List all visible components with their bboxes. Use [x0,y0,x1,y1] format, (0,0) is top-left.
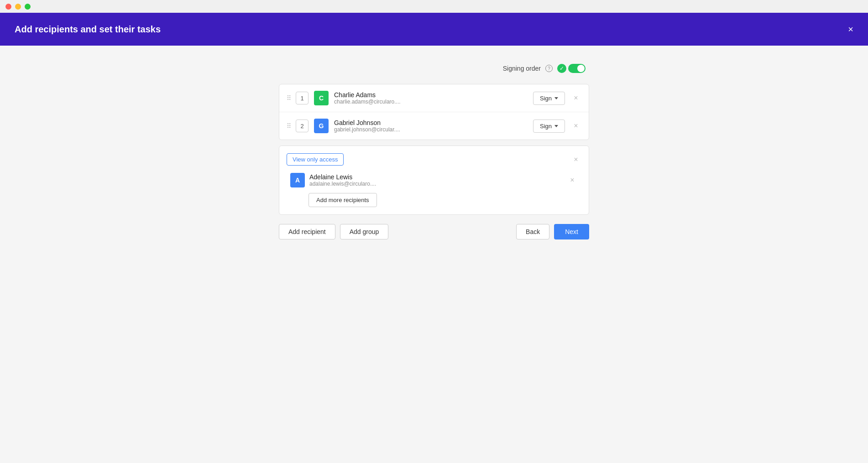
view-only-section: View only access × A Adelaine Lewis adal… [279,146,589,215]
add-group-button[interactable]: Add group [340,224,389,239]
avatar: G [314,119,329,133]
maximize-window-button[interactable] [25,4,31,10]
drag-handle-icon[interactable]: ⠿ [287,94,290,102]
toggle-knob [577,65,585,72]
recipient-info: Charlie Adams charlie.adams@circularo...… [334,91,528,105]
remove-recipient-button[interactable]: × [570,93,581,104]
chevron-down-icon [554,125,558,127]
recipient-info: Adelaine Lewis adalaine.lewis@circularo.… [309,173,562,187]
next-button[interactable]: Next [554,224,589,239]
drag-handle-icon[interactable]: ⠿ [287,122,290,130]
titlebar [0,0,868,13]
recipient-email: charlie.adams@circularo.... [334,99,528,105]
add-recipient-button[interactable]: Add recipient [279,224,335,239]
footer-left: Add recipient Add group [279,224,388,239]
remove-recipient-button[interactable]: × [570,120,581,131]
main-content: Signing order ? ✓ ⠿ 1 C Charlie Adams ch… [0,46,868,463]
minimize-window-button[interactable] [15,4,21,10]
remove-viewer-button[interactable]: × [567,175,578,186]
recipient-email: gabriel.johnson@circular.... [334,126,528,133]
modal-close-button[interactable]: × [848,25,853,34]
signing-order-info-icon[interactable]: ? [545,65,553,72]
remove-view-only-button[interactable]: × [570,154,581,165]
add-more-recipients-button[interactable]: Add more recipients [309,193,377,207]
task-sign-button[interactable]: Sign [533,92,565,105]
signing-order-label: Signing order [503,65,541,72]
recipient-name: Charlie Adams [334,91,528,99]
task-sign-label: Sign [540,95,552,102]
recipient-row: ⠿ 2 G Gabriel Johnson gabriel.johnson@ci… [279,112,589,140]
view-only-header: View only access × [287,153,581,166]
back-button[interactable]: Back [516,224,549,239]
signing-order-toggle-container: ✓ [557,64,586,73]
toggle-check-icon: ✓ [557,64,566,73]
recipient-info: Gabriel Johnson gabriel.johnson@circular… [334,119,528,133]
signing-order-row: Signing order ? ✓ [279,64,589,73]
footer-row: Add recipient Add group Back Next [279,224,589,239]
content-panel: Signing order ? ✓ ⠿ 1 C Charlie Adams ch… [279,64,589,463]
recipient-name: Adelaine Lewis [309,173,562,181]
close-window-button[interactable] [5,4,11,10]
footer-right: Back Next [516,224,589,239]
recipient-order-number: 1 [296,92,309,104]
avatar: A [290,173,305,187]
recipient-name: Gabriel Johnson [334,119,528,126]
recipients-section: ⠿ 1 C Charlie Adams charlie.adams@circul… [279,84,589,140]
view-only-recipient-row: A Adelaine Lewis adalaine.lewis@circular… [287,173,581,187]
view-only-badge[interactable]: View only access [287,153,344,166]
avatar: C [314,91,329,105]
task-sign-button[interactable]: Sign [533,120,565,133]
task-sign-label: Sign [540,123,552,130]
recipient-order-number: 2 [296,120,309,132]
chevron-down-icon [554,97,558,99]
recipient-email: adalaine.lewis@circularo.... [309,181,562,187]
signing-order-toggle[interactable] [568,64,586,73]
recipient-row: ⠿ 1 C Charlie Adams charlie.adams@circul… [279,84,589,112]
modal-title: Add recipients and set their tasks [15,24,161,35]
modal-header: Add recipients and set their tasks × [0,13,868,46]
